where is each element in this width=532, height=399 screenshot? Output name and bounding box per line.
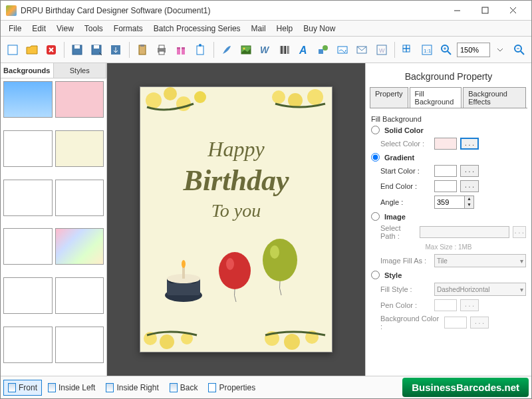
menu-batch[interactable]: Batch Processing Series [148, 22, 246, 35]
new-icon[interactable] [3, 40, 21, 60]
page-icon [208, 383, 216, 392]
radio-gradient[interactable] [371, 153, 380, 162]
envelope-icon[interactable] [353, 40, 371, 60]
bg-thumb-pastel[interactable] [55, 228, 104, 265]
radio-solid[interactable] [371, 126, 380, 134]
image-icon[interactable] [237, 40, 255, 60]
menu-help[interactable]: Help [271, 22, 299, 35]
bg-color-swatch[interactable] [444, 317, 467, 329]
feather-icon[interactable] [218, 40, 236, 60]
pen-color-swatch[interactable] [434, 299, 457, 311]
solid-color-swatch[interactable] [434, 138, 457, 150]
tab-inside-left[interactable]: Inside Left [43, 380, 100, 396]
tab-properties[interactable]: Properties [203, 380, 260, 396]
menu-edit[interactable]: Edit [27, 22, 51, 35]
gift-icon[interactable] [172, 40, 190, 60]
pen-color-picker[interactable]: . . . [460, 299, 479, 311]
bg-thumb-stars[interactable] [3, 180, 53, 216]
clipboard-icon[interactable] [192, 40, 209, 60]
bg-thumb-pink[interactable] [55, 81, 104, 118]
bg-thumb-hb[interactable] [3, 277, 53, 314]
menu-tools[interactable]: Tools [79, 22, 108, 35]
bg-thumb-hearts[interactable] [55, 277, 104, 314]
tab-fill-background[interactable]: Fill Background [410, 87, 462, 108]
bg-color-picker[interactable]: . . . [470, 317, 489, 329]
menu-formats[interactable]: Formats [108, 22, 148, 35]
end-color-swatch[interactable] [434, 180, 457, 192]
text-icon[interactable]: A [295, 40, 313, 60]
angle-down-icon[interactable]: ▼ [465, 202, 473, 208]
bg-thumb-bubbles[interactable] [3, 228, 53, 265]
grid-icon[interactable] [399, 40, 417, 60]
cake-icon[interactable] [160, 252, 207, 305]
minimize-button[interactable] [444, 2, 470, 19]
label-style: Style [384, 271, 402, 279]
menu-view[interactable]: View [51, 22, 79, 35]
tab-bg-effects[interactable]: Background Effects [463, 87, 526, 108]
solid-color-picker[interactable]: . . . [460, 138, 479, 150]
tab-property[interactable]: Property [370, 87, 408, 108]
tab-front[interactable]: Front [3, 380, 42, 396]
open-icon[interactable] [23, 40, 41, 60]
bg-thumb-balloons2[interactable] [55, 327, 104, 363]
zoom-in-icon[interactable] [438, 40, 456, 60]
close-button[interactable] [499, 2, 526, 19]
zoom-input[interactable] [457, 43, 490, 57]
fill-style-select[interactable]: DashedHorizontal▾ [434, 283, 526, 296]
zoom-out-icon[interactable] [511, 40, 529, 60]
angle-up-icon[interactable]: ▲ [465, 196, 473, 202]
angle-input[interactable]: ▲▼ [434, 196, 474, 209]
delete-icon[interactable] [42, 40, 60, 60]
label-select-path: Select Path : [371, 224, 416, 240]
menu-mail[interactable]: Mail [246, 22, 271, 35]
radio-style[interactable] [371, 271, 380, 279]
bg-thumb-yellow[interactable] [55, 130, 104, 167]
wordart-icon[interactable]: W [257, 40, 275, 60]
titlebar: DRPU Birthday Card Designer Software (Do… [1, 1, 531, 21]
start-color-picker[interactable]: . . . [460, 165, 479, 177]
brand-logo: BusinessBarcodes.net [402, 378, 529, 397]
image-fill-select[interactable]: Tile▾ [434, 254, 526, 267]
paste-icon[interactable] [134, 40, 152, 60]
tab-back[interactable]: Back [165, 380, 203, 396]
card-text-happy[interactable]: Happy [140, 137, 332, 162]
zoom-dropdown-icon[interactable] [491, 40, 509, 60]
svg-text:1:1: 1:1 [424, 48, 432, 54]
signature-icon[interactable] [334, 40, 352, 60]
card-text-toyou[interactable]: To you [140, 200, 332, 221]
print-icon[interactable] [153, 40, 171, 60]
svg-point-72 [263, 239, 297, 281]
app-icon [6, 5, 17, 16]
balloon-green-icon[interactable] [260, 239, 300, 299]
bg-thumb-balloons[interactable] [55, 180, 104, 216]
watermark-icon[interactable]: W [372, 40, 390, 60]
balloon-red-icon[interactable] [217, 252, 253, 305]
radio-image[interactable] [371, 212, 380, 221]
menu-buy[interactable]: Buy Now [298, 22, 340, 35]
start-color-swatch[interactable] [434, 165, 457, 177]
label-image: Image [384, 213, 406, 221]
export-icon[interactable] [107, 40, 125, 60]
bg-thumb-hearts2[interactable] [3, 327, 53, 363]
maximize-button[interactable] [471, 2, 498, 19]
toolbar: W A W 1:1 [1, 37, 531, 63]
page-icon [48, 383, 56, 392]
bg-thumb-clouds[interactable] [3, 81, 53, 118]
path-browse[interactable]: . . . [513, 226, 526, 238]
label-start-color: Start Color : [371, 167, 431, 175]
tab-styles[interactable]: Styles [54, 63, 107, 78]
card-canvas[interactable]: Happy Birthday To you [140, 86, 332, 352]
tab-inside-right[interactable]: Inside Right [101, 380, 163, 396]
card-text-birthday[interactable]: Birthday [140, 164, 332, 198]
save-icon[interactable] [68, 40, 86, 60]
barcode-icon[interactable] [276, 40, 294, 60]
canvas-area[interactable]: Happy Birthday To you [107, 63, 365, 376]
save-as-icon[interactable] [88, 40, 106, 60]
menu-file[interactable]: File [3, 22, 27, 35]
end-color-picker[interactable]: . . . [460, 180, 479, 192]
fit-icon[interactable]: 1:1 [418, 40, 436, 60]
bg-thumb-flowers[interactable] [3, 130, 53, 167]
tab-backgrounds[interactable]: Backgrounds [1, 63, 54, 78]
path-input[interactable] [420, 226, 509, 238]
shapes-icon[interactable] [315, 40, 332, 60]
